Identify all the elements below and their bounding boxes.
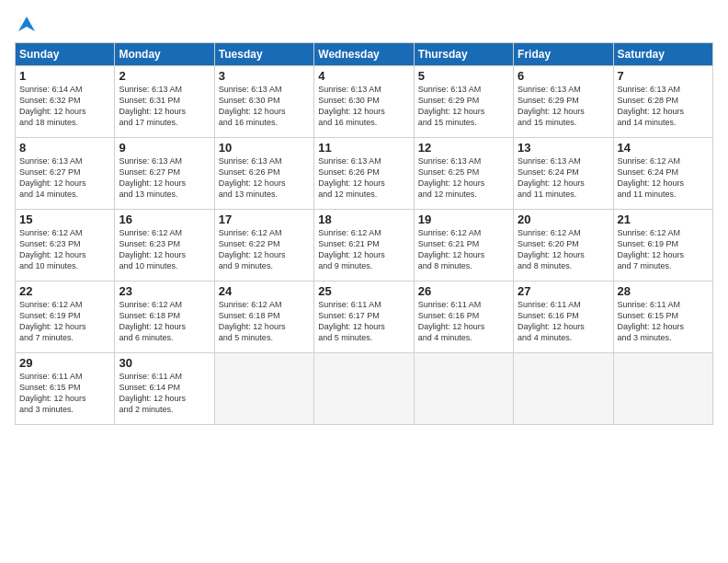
week-row-5: 29Sunrise: 6:11 AM Sunset: 6:15 PM Dayli… [16,353,713,425]
day-cell: 28Sunrise: 6:11 AM Sunset: 6:15 PM Dayli… [613,282,712,353]
logo [15,15,37,35]
day-cell: 5Sunrise: 6:13 AM Sunset: 6:29 PM Daylig… [414,66,513,138]
day-number: 2 [119,69,210,83]
day-cell: 9Sunrise: 6:13 AM Sunset: 6:27 PM Daylig… [115,138,214,210]
day-info: Sunrise: 6:13 AM Sunset: 6:30 PM Dayligh… [219,84,310,129]
day-info: Sunrise: 6:12 AM Sunset: 6:19 PM Dayligh… [19,299,110,344]
day-info: Sunrise: 6:12 AM Sunset: 6:19 PM Dayligh… [618,227,709,272]
day-info: Sunrise: 6:13 AM Sunset: 6:24 PM Dayligh… [518,155,609,201]
day-number: 17 [219,213,310,226]
day-cell: 20Sunrise: 6:12 AM Sunset: 6:20 PM Dayli… [514,210,613,282]
day-cell: 4Sunrise: 6:13 AM Sunset: 6:30 PM Daylig… [314,66,414,138]
day-number: 13 [518,141,609,155]
day-number: 20 [518,213,609,226]
col-header-saturday: Saturday [613,43,712,66]
day-cell: 30Sunrise: 6:11 AM Sunset: 6:14 PM Dayli… [115,353,214,425]
day-info: Sunrise: 6:13 AM Sunset: 6:31 PM Dayligh… [119,84,210,129]
day-cell [613,353,712,425]
header [15,15,713,35]
day-number: 25 [318,284,409,298]
day-number: 8 [19,141,110,155]
day-cell: 8Sunrise: 6:13 AM Sunset: 6:27 PM Daylig… [16,138,115,210]
day-info: Sunrise: 6:13 AM Sunset: 6:25 PM Dayligh… [418,155,509,201]
day-info: Sunrise: 6:11 AM Sunset: 6:15 PM Dayligh… [19,371,110,416]
day-number: 29 [19,356,110,370]
day-info: Sunrise: 6:12 AM Sunset: 6:21 PM Dayligh… [318,227,409,272]
day-info: Sunrise: 6:12 AM Sunset: 6:23 PM Dayligh… [119,227,210,272]
day-number: 9 [119,141,210,155]
day-number: 15 [19,213,110,226]
day-info: Sunrise: 6:11 AM Sunset: 6:15 PM Dayligh… [618,299,709,344]
day-cell: 3Sunrise: 6:13 AM Sunset: 6:30 PM Daylig… [214,66,313,138]
day-cell: 2Sunrise: 6:13 AM Sunset: 6:31 PM Daylig… [115,66,214,138]
day-number: 23 [119,284,210,298]
week-row-3: 15Sunrise: 6:12 AM Sunset: 6:23 PM Dayli… [16,210,713,282]
day-cell [214,353,313,425]
day-info: Sunrise: 6:13 AM Sunset: 6:26 PM Dayligh… [219,155,310,201]
col-header-wednesday: Wednesday [314,43,414,66]
day-number: 18 [318,213,409,226]
day-info: Sunrise: 6:12 AM Sunset: 6:21 PM Dayligh… [418,227,509,272]
day-cell: 29Sunrise: 6:11 AM Sunset: 6:15 PM Dayli… [16,353,115,425]
day-number: 27 [518,284,609,298]
week-row-2: 8Sunrise: 6:13 AM Sunset: 6:27 PM Daylig… [16,138,713,210]
week-row-4: 22Sunrise: 6:12 AM Sunset: 6:19 PM Dayli… [16,282,713,353]
day-cell: 7Sunrise: 6:13 AM Sunset: 6:28 PM Daylig… [613,66,712,138]
day-info: Sunrise: 6:13 AM Sunset: 6:26 PM Dayligh… [318,155,409,201]
day-cell: 24Sunrise: 6:12 AM Sunset: 6:18 PM Dayli… [214,282,313,353]
day-info: Sunrise: 6:12 AM Sunset: 6:20 PM Dayligh… [518,227,609,272]
day-number: 28 [618,284,709,298]
day-info: Sunrise: 6:12 AM Sunset: 6:18 PM Dayligh… [119,299,210,344]
day-number: 3 [219,69,310,83]
day-cell [414,353,513,425]
day-cell [314,353,414,425]
day-cell: 1Sunrise: 6:14 AM Sunset: 6:32 PM Daylig… [16,66,115,138]
day-cell: 21Sunrise: 6:12 AM Sunset: 6:19 PM Dayli… [613,210,712,282]
day-number: 19 [418,213,509,226]
day-number: 22 [19,284,110,298]
day-cell: 22Sunrise: 6:12 AM Sunset: 6:19 PM Dayli… [16,282,115,353]
week-row-1: 1Sunrise: 6:14 AM Sunset: 6:32 PM Daylig… [16,66,713,138]
day-number: 6 [518,69,609,83]
col-header-thursday: Thursday [414,43,513,66]
logo-bird-icon [17,15,37,35]
svg-marker-0 [18,17,35,31]
day-number: 24 [219,284,310,298]
day-info: Sunrise: 6:12 AM Sunset: 6:24 PM Dayligh… [618,155,709,201]
day-number: 26 [418,284,509,298]
day-cell: 14Sunrise: 6:12 AM Sunset: 6:24 PM Dayli… [613,138,712,210]
day-number: 14 [618,141,709,155]
day-info: Sunrise: 6:13 AM Sunset: 6:29 PM Dayligh… [518,84,609,129]
day-info: Sunrise: 6:12 AM Sunset: 6:23 PM Dayligh… [19,227,110,272]
day-info: Sunrise: 6:13 AM Sunset: 6:29 PM Dayligh… [418,84,509,129]
day-number: 4 [318,69,409,83]
page: SundayMondayTuesdayWednesdayThursdayFrid… [0,0,728,563]
day-number: 10 [219,141,310,155]
day-info: Sunrise: 6:11 AM Sunset: 6:14 PM Dayligh… [119,371,210,416]
day-number: 30 [119,356,210,370]
day-cell: 15Sunrise: 6:12 AM Sunset: 6:23 PM Dayli… [16,210,115,282]
day-cell: 18Sunrise: 6:12 AM Sunset: 6:21 PM Dayli… [314,210,414,282]
calendar-table: SundayMondayTuesdayWednesdayThursdayFrid… [15,42,713,425]
day-cell: 23Sunrise: 6:12 AM Sunset: 6:18 PM Dayli… [115,282,214,353]
day-info: Sunrise: 6:13 AM Sunset: 6:28 PM Dayligh… [618,84,709,129]
col-header-friday: Friday [514,43,613,66]
col-header-tuesday: Tuesday [214,43,313,66]
day-cell: 26Sunrise: 6:11 AM Sunset: 6:16 PM Dayli… [414,282,513,353]
day-cell [514,353,613,425]
day-info: Sunrise: 6:11 AM Sunset: 6:17 PM Dayligh… [318,299,409,344]
day-number: 7 [618,69,709,83]
day-number: 5 [418,69,509,83]
day-number: 12 [418,141,509,155]
day-cell: 11Sunrise: 6:13 AM Sunset: 6:26 PM Dayli… [314,138,414,210]
day-cell: 27Sunrise: 6:11 AM Sunset: 6:16 PM Dayli… [514,282,613,353]
day-cell: 19Sunrise: 6:12 AM Sunset: 6:21 PM Dayli… [414,210,513,282]
day-info: Sunrise: 6:11 AM Sunset: 6:16 PM Dayligh… [518,299,609,344]
day-cell: 25Sunrise: 6:11 AM Sunset: 6:17 PM Dayli… [314,282,414,353]
day-info: Sunrise: 6:13 AM Sunset: 6:27 PM Dayligh… [19,155,110,201]
col-header-sunday: Sunday [16,43,115,66]
day-cell: 10Sunrise: 6:13 AM Sunset: 6:26 PM Dayli… [214,138,313,210]
day-info: Sunrise: 6:14 AM Sunset: 6:32 PM Dayligh… [19,84,110,129]
day-info: Sunrise: 6:12 AM Sunset: 6:22 PM Dayligh… [219,227,310,272]
day-cell: 13Sunrise: 6:13 AM Sunset: 6:24 PM Dayli… [514,138,613,210]
